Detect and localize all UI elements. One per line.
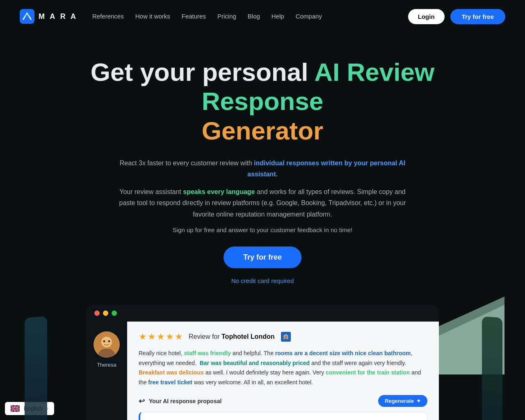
login-button[interactable]: Login — [408, 9, 445, 24]
card-titlebar — [86, 305, 439, 322]
arrow-icon: ↩ — [139, 397, 145, 406]
hero-desc-1: React 3x faster to every customer review… — [115, 158, 410, 180]
card-body: Theresa ★★★★★ Review for Tophotel London… — [86, 322, 439, 420]
regenerate-button[interactable]: Regenerate ✦ — [378, 395, 427, 407]
nav-item-pricing[interactable]: Pricing — [217, 13, 236, 20]
review-for-label: Review for Tophotel London — [189, 333, 274, 340]
review-content: ★★★★★ Review for Tophotel London 🏨 Reall… — [127, 322, 439, 420]
highlight-staff-friendly: staff was friendly — [184, 350, 231, 356]
no-credit-text: No credit card required — [33, 277, 492, 284]
nav-links: References How it works Features Pricing… — [92, 13, 322, 20]
highlight-rooms: rooms are a decent size with nice clean … — [275, 350, 411, 356]
reviewer-avatar-panel: Theresa — [86, 322, 127, 420]
demo-card: Theresa ★★★★★ Review for Tophotel London… — [86, 305, 439, 420]
ai-response-box: Hi Theresa, Thank you so much for your k… — [139, 412, 427, 420]
titlebar-dot-green — [112, 310, 117, 316]
hero-heading-part1: Get your personal — [91, 58, 315, 86]
hotel-icon: 🏨 — [281, 332, 291, 342]
hero-highlight-language: speaks every language — [183, 188, 255, 195]
review-stars: ★★★★★ — [139, 331, 184, 342]
review-header: ★★★★★ Review for Tophotel London 🏨 — [139, 331, 427, 342]
titlebar-dot-red — [94, 310, 100, 316]
svg-point-7 — [108, 340, 110, 342]
nav-item-help[interactable]: Help — [272, 13, 284, 20]
svg-point-6 — [103, 340, 105, 342]
language-label: English — [24, 405, 43, 412]
ai-response-header: ↩ Your AI response proposal Regenerate ✦ — [139, 395, 427, 407]
deco-right-panel — [482, 317, 502, 420]
ai-response-label: ↩ Your AI response proposal — [139, 397, 221, 406]
regenerate-icon: ✦ — [416, 398, 421, 404]
hero-section: Get your personal AI Review Response Gen… — [0, 33, 525, 284]
nav-item-company[interactable]: Company — [296, 13, 322, 20]
hero-signup-text: Sign up for free and answer to your cust… — [33, 226, 492, 233]
nav-item-how-it-works[interactable]: How it works — [135, 13, 170, 20]
hero-desc-2: Your review assistant speaks every langu… — [115, 186, 410, 220]
logo[interactable]: M A R A — [20, 9, 78, 24]
avatar — [94, 331, 120, 358]
svg-point-4 — [101, 337, 112, 347]
try-for-free-hero-button[interactable]: Try for free — [224, 247, 301, 268]
highlight-bar: Bar was beautiful and reasonably priced — [200, 360, 310, 366]
flag-icon — [11, 405, 20, 412]
logo-text: M A R A — [39, 12, 78, 21]
nav-right: Login Try for free — [408, 9, 505, 24]
reviewer-name: Theresa — [97, 362, 116, 368]
try-for-free-nav-button[interactable]: Try for free — [450, 9, 505, 24]
logo-icon — [20, 9, 34, 24]
nav-item-blog[interactable]: Blog — [248, 13, 260, 20]
highlight-train: convenient for the train station — [326, 369, 410, 376]
hero-highlight-ai: individual responses written by your per… — [247, 160, 405, 178]
hotel-name: Tophotel London — [221, 333, 274, 340]
nav-left: M A R A References How it works Features… — [20, 9, 322, 24]
highlight-breakfast: Breakfast was delicious — [139, 369, 204, 376]
hero-heading-generator: Generator — [202, 116, 323, 145]
nav-item-features[interactable]: Features — [182, 13, 206, 20]
nav-item-references[interactable]: References — [92, 13, 124, 20]
titlebar-dot-yellow — [103, 310, 108, 316]
navbar: M A R A References How it works Features… — [0, 0, 525, 33]
demo-section: Theresa ★★★★★ Review for Tophotel London… — [0, 305, 525, 420]
highlight-travel-ticket: free travel ticket — [148, 379, 192, 386]
review-text: Really nice hotel, staff was friendly an… — [139, 349, 427, 388]
chevron-right-icon: › — [47, 406, 48, 411]
language-selector[interactable]: English › — [5, 402, 54, 415]
svg-rect-0 — [20, 9, 34, 24]
avatar-image — [94, 331, 120, 358]
hero-heading: Get your personal AI Review Response Gen… — [78, 57, 447, 145]
